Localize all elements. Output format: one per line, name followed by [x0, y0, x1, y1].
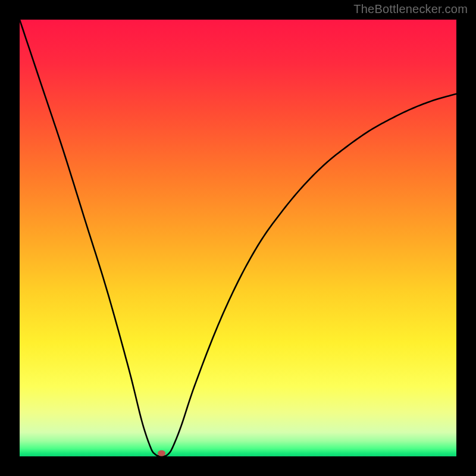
watermark-text: TheBottlenecker.com	[353, 2, 468, 16]
optimum-marker	[158, 450, 165, 456]
bottleneck-curve	[20, 20, 456, 456]
plot-area	[20, 20, 456, 456]
chart-frame: TheBottlenecker.com	[0, 0, 476, 476]
